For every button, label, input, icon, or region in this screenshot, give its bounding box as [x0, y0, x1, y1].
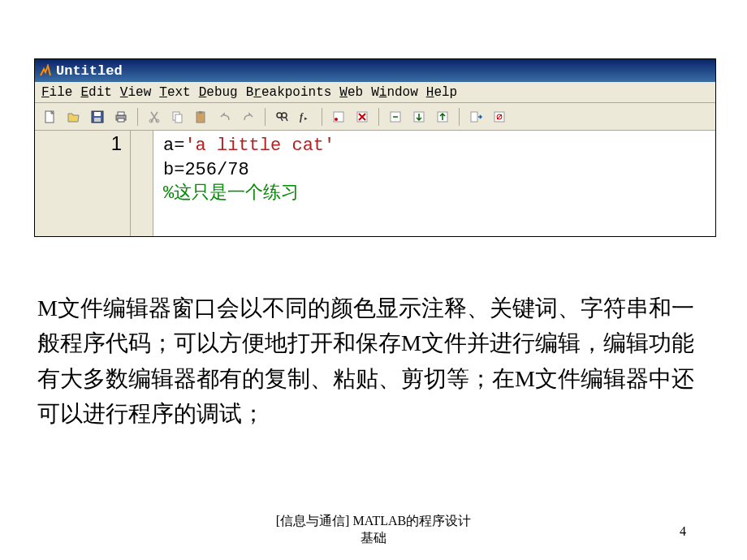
- menu-help[interactable]: Help: [426, 85, 457, 100]
- print-icon[interactable]: [110, 106, 132, 127]
- menu-edit[interactable]: Edit: [80, 85, 111, 100]
- find-icon[interactable]: [271, 106, 292, 127]
- svg-line-16: [286, 118, 287, 121]
- clear-breakpoint-icon[interactable]: [352, 106, 373, 127]
- toolbar-separator: [459, 108, 460, 126]
- toolbar: f▸: [35, 103, 715, 131]
- code-line-1: a='a little cat': [163, 134, 715, 158]
- svg-rect-5: [118, 112, 124, 115]
- paste-icon[interactable]: [191, 106, 212, 127]
- gutter-separator: [131, 131, 153, 236]
- menu-file[interactable]: File: [41, 85, 72, 100]
- svg-line-15: [281, 118, 283, 121]
- copy-icon[interactable]: [167, 106, 188, 127]
- window-title: Untitled: [56, 63, 123, 79]
- svg-rect-6: [118, 118, 124, 122]
- open-file-icon[interactable]: [63, 106, 84, 127]
- toolbar-separator: [265, 108, 266, 126]
- menu-bar: File Edit View Text Debug Breakpoints We…: [35, 82, 715, 103]
- step-in-icon[interactable]: [408, 106, 430, 127]
- svg-text:f: f: [300, 111, 304, 123]
- editor-body: 1 a='a little cat' b=256/78 %这只是一个练习: [35, 131, 715, 236]
- title-bar: Untitled: [35, 59, 715, 82]
- toolbar-separator: [137, 108, 138, 126]
- svg-rect-25: [471, 112, 477, 122]
- new-file-icon[interactable]: [40, 106, 61, 127]
- svg-rect-2: [94, 112, 101, 116]
- menu-web[interactable]: Web: [339, 85, 363, 100]
- undo-icon[interactable]: [214, 106, 235, 127]
- menu-text[interactable]: Text: [159, 85, 190, 100]
- run-icon[interactable]: [465, 106, 486, 127]
- svg-point-13: [277, 113, 282, 118]
- code-area[interactable]: a='a little cat' b=256/78 %这只是一个练习: [153, 131, 715, 236]
- toolbar-separator: [322, 108, 322, 126]
- svg-rect-3: [94, 118, 101, 122]
- line-number: 1: [35, 132, 122, 155]
- app-icon: [38, 63, 53, 78]
- menu-window[interactable]: Window: [371, 85, 418, 100]
- footer-text: [信息与通信] MATLAB的程序设计 基础: [276, 513, 471, 547]
- menu-view[interactable]: View: [120, 85, 151, 100]
- svg-point-14: [282, 113, 287, 118]
- menu-debug[interactable]: Debug: [199, 85, 238, 100]
- step-out-icon[interactable]: [432, 106, 453, 127]
- svg-text:▸: ▸: [304, 115, 308, 122]
- save-icon[interactable]: [87, 106, 108, 127]
- line-gutter: 1: [35, 131, 131, 236]
- svg-rect-10: [175, 114, 182, 123]
- function-icon[interactable]: f▸: [295, 106, 316, 127]
- set-breakpoint-icon[interactable]: [328, 106, 349, 127]
- code-line-3: %这只是一个练习: [163, 182, 715, 206]
- step-icon[interactable]: [385, 106, 406, 127]
- footer: [信息与通信] MATLAB的程序设计 基础: [0, 513, 747, 547]
- exit-debug-icon[interactable]: [489, 106, 510, 127]
- toolbar-separator: [378, 108, 379, 126]
- cut-icon[interactable]: [144, 106, 165, 127]
- menu-breakpoints[interactable]: Breakpoints: [246, 85, 332, 100]
- code-line-2: b=256/78: [163, 158, 715, 183]
- redo-icon[interactable]: [238, 106, 259, 127]
- svg-rect-12: [199, 111, 202, 114]
- svg-point-20: [335, 118, 338, 121]
- editor-window: Untitled File Edit View Text Debug Break…: [34, 58, 716, 237]
- body-paragraph: M文件编辑器窗口会以不同的颜色显示注释、关键词、字符串和一般程序代码；可以方便地…: [37, 291, 702, 432]
- page-number: 4: [680, 524, 686, 539]
